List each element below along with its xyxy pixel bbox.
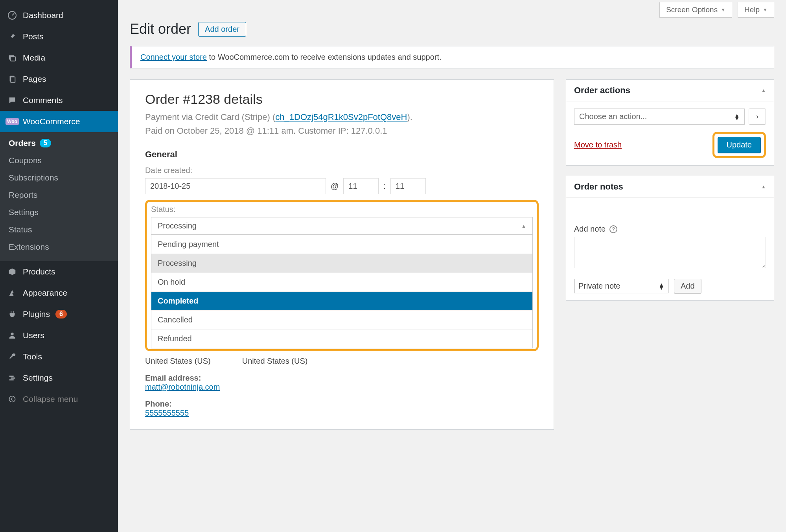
nav-pages[interactable]: Pages (0, 68, 118, 90)
note-textarea[interactable] (574, 237, 766, 268)
nav-label: WooCommerce (23, 117, 80, 126)
order-title: Order #1238 details (145, 92, 539, 107)
order-action-placeholder: Choose an action... (579, 112, 647, 121)
status-option-cancelled[interactable]: Cancelled (151, 310, 532, 329)
subnav-status[interactable]: Status (0, 221, 118, 238)
subnav-settings[interactable]: Settings (0, 204, 118, 221)
caret-down-icon: ▼ (721, 7, 725, 13)
hour-input[interactable] (343, 178, 379, 194)
pin-icon (7, 31, 17, 42)
shipping-country: United States (US) (242, 357, 308, 366)
status-dropdown: Pending payment Processing On hold Compl… (151, 235, 533, 348)
payment-post: ). (407, 112, 412, 122)
notice-text: to WooCommerce.com to receive extensions… (207, 53, 442, 61)
svg-rect-4 (11, 77, 15, 83)
apply-action-button[interactable]: › (749, 109, 766, 125)
nav-label: Plugins (23, 309, 50, 319)
nav-comments[interactable]: Comments (0, 90, 118, 111)
order-details-card: Order #1238 details Payment via Credit C… (130, 79, 554, 430)
nav-products[interactable]: Products (0, 261, 118, 282)
top-tabs: Screen Options ▼ Help ▼ (130, 0, 774, 18)
nav-label: Users (23, 331, 44, 340)
move-to-trash-link[interactable]: Move to trash (574, 140, 622, 149)
update-button[interactable]: Update (718, 137, 761, 153)
payment-meta: Payment via Credit Card (Stripe) (ch_1DO… (145, 110, 539, 124)
nav-label: Settings (23, 373, 53, 383)
status-option-onhold[interactable]: On hold (151, 272, 532, 291)
subnav-extensions[interactable]: Extensions (0, 238, 118, 256)
caret-up-icon: ▲ (521, 223, 526, 229)
nav-label: Posts (23, 32, 44, 41)
minute-input[interactable] (390, 178, 426, 194)
status-select[interactable]: Processing ▲ (151, 217, 533, 235)
order-notes-metabox: Order notes ▲ Add note ? Private note (566, 176, 774, 301)
caret-down-icon: ▼ (763, 7, 768, 13)
add-note-button[interactable]: Add (674, 279, 701, 293)
add-order-button[interactable]: Add order (198, 22, 246, 37)
nav-label: Tools (23, 352, 42, 361)
status-option-pending[interactable]: Pending payment (151, 235, 532, 254)
admin-sidebar: Dashboard Posts Media Pages Comments (0, 0, 118, 532)
woocommerce-submenu: Orders 5 Coupons Subscriptions Reports S… (0, 132, 118, 261)
svg-rect-7 (11, 377, 15, 379)
status-option-processing[interactable]: Processing (151, 254, 532, 272)
order-actions-metabox: Order actions ▲ Choose an action... ▲▼ › (566, 79, 774, 166)
order-action-select[interactable]: Choose an action... ▲▼ (574, 109, 745, 125)
nav-settings[interactable]: Settings (0, 367, 118, 388)
subnav-label: Settings (9, 208, 39, 217)
help-label: Help (744, 6, 760, 14)
subnav-label: Subscriptions (9, 173, 58, 182)
toggle-icon: ▲ (761, 88, 766, 93)
collapse-icon (7, 394, 17, 404)
order-actions-header[interactable]: Order actions ▲ (566, 80, 774, 101)
customer-phone-link[interactable]: 5555555555 (145, 409, 189, 417)
status-option-completed[interactable]: Completed (151, 291, 532, 310)
status-highlight: Status: Processing ▲ Pending payment Pro… (145, 200, 539, 351)
nav-users[interactable]: Users (0, 325, 118, 346)
nav-dashboard[interactable]: Dashboard (0, 5, 118, 26)
pages-icon (7, 74, 17, 84)
subnav-coupons[interactable]: Coupons (0, 152, 118, 169)
appearance-icon (7, 288, 17, 298)
tools-icon (7, 352, 17, 362)
billing-country: United States (US) (145, 357, 211, 366)
svg-point-9 (9, 396, 15, 402)
page-title: Edit order (130, 21, 191, 37)
nav-label: Dashboard (23, 11, 63, 20)
note-type-text: Private note (578, 282, 620, 291)
main-content: Screen Options ▼ Help ▼ Edit order Add o… (118, 0, 786, 532)
screen-options-tab[interactable]: Screen Options ▼ (659, 2, 732, 18)
subnav-subscriptions[interactable]: Subscriptions (0, 169, 118, 186)
orders-count-badge: 5 (40, 139, 51, 147)
nav-posts[interactable]: Posts (0, 26, 118, 47)
connect-store-link[interactable]: Connect your store (140, 53, 207, 61)
svg-rect-2 (10, 57, 15, 61)
nav-plugins[interactable]: Plugins 6 (0, 304, 118, 325)
plugins-icon (7, 309, 17, 319)
updown-icon: ▲▼ (659, 283, 664, 289)
toggle-icon: ▲ (761, 184, 766, 190)
svg-rect-8 (9, 379, 14, 381)
nav-media[interactable]: Media (0, 47, 118, 68)
nav-label: Comments (23, 96, 63, 105)
status-label: Status: (151, 205, 533, 214)
order-actions-title: Order actions (574, 85, 630, 96)
paid-meta: Paid on October 25, 2018 @ 11:11 am. Cus… (145, 124, 539, 138)
status-option-refunded[interactable]: Refunded (151, 329, 532, 348)
help-icon[interactable]: ? (609, 225, 617, 233)
order-notes-header[interactable]: Order notes ▲ (566, 176, 774, 198)
help-tab[interactable]: Help ▼ (738, 2, 774, 18)
nav-woocommerce[interactable]: Woo WooCommerce (0, 111, 118, 132)
date-input[interactable] (145, 178, 326, 194)
nav-label: Media (23, 53, 45, 63)
customer-email-link[interactable]: matt@robotninja.com (145, 383, 220, 391)
subnav-label: Orders (9, 138, 36, 148)
users-icon (7, 330, 17, 341)
note-type-select[interactable]: Private note ▲▼ (574, 279, 668, 293)
nav-tools[interactable]: Tools (0, 346, 118, 367)
subnav-orders[interactable]: Orders 5 (0, 134, 118, 152)
nav-appearance[interactable]: Appearance (0, 282, 118, 304)
collapse-menu[interactable]: Collapse menu (0, 388, 118, 410)
stripe-charge-link[interactable]: ch_1DOzj54gR1k0Sv2pFotQ8veH (275, 112, 407, 122)
subnav-reports[interactable]: Reports (0, 186, 118, 204)
